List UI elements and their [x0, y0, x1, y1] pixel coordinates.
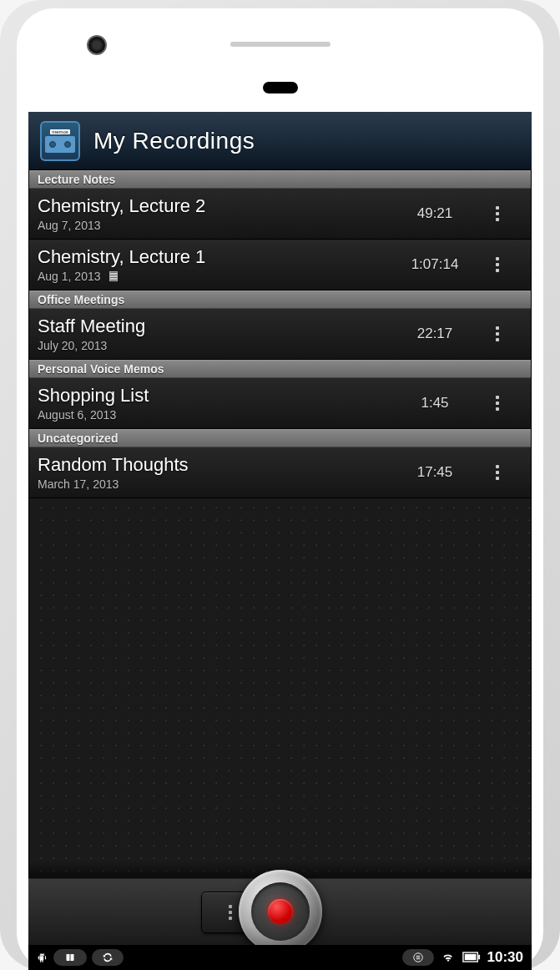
- speaker-pill: [263, 82, 298, 93]
- more-icon: [496, 465, 499, 480]
- svg-rect-2: [464, 953, 476, 959]
- row-menu-button[interactable]: [472, 396, 522, 411]
- recording-date: July 20, 2013: [38, 339, 397, 352]
- recording-duration: 1:45: [397, 395, 472, 412]
- recording-duration: 17:45: [397, 464, 472, 481]
- battery-icon: [462, 951, 481, 965]
- section-header: Office Meetings: [29, 290, 531, 309]
- screen: memos My Recordings Lecture Notes Chemis…: [28, 112, 532, 970]
- cassette-icon: [45, 136, 75, 153]
- contacts-icon[interactable]: [53, 949, 87, 966]
- recording-title: Chemistry, Lecture 2: [38, 195, 397, 217]
- recording-row[interactable]: Random Thoughts March 17, 2013 17:45: [29, 447, 531, 498]
- record-ring: [251, 882, 310, 941]
- more-icon: [496, 206, 499, 221]
- section-header: Uncategorized: [29, 429, 531, 447]
- recording-row[interactable]: Staff Meeting July 20, 2013 22:17: [29, 309, 531, 360]
- row-menu-button[interactable]: [472, 206, 522, 221]
- page-title: My Recordings: [93, 128, 255, 154]
- recording-date: Aug 7, 2013: [38, 219, 397, 232]
- android-icon: [37, 952, 48, 963]
- wifi-icon: [441, 949, 456, 967]
- record-icon: [268, 899, 293, 924]
- note-icon: [109, 271, 118, 281]
- recording-row[interactable]: Chemistry, Lecture 2 Aug 7, 2013 49:21: [29, 189, 531, 240]
- recording-duration: 22:17: [397, 326, 472, 342]
- recording-row[interactable]: Shopping List August 6, 2013 1:45: [29, 378, 531, 429]
- recording-duration: 49:21: [397, 205, 472, 222]
- app-icon[interactable]: memos: [40, 121, 80, 161]
- recording-title: Chemistry, Lecture 1: [38, 246, 397, 268]
- row-menu-button[interactable]: [472, 465, 522, 480]
- menu-icon[interactable]: [402, 949, 434, 966]
- section-header: Lecture Notes: [29, 170, 531, 189]
- section-header: Personal Voice Memos: [29, 360, 531, 378]
- cassette-label: memos: [50, 129, 70, 134]
- more-icon: [229, 905, 232, 920]
- more-icon: [496, 326, 499, 341]
- recordings-list[interactable]: Lecture Notes Chemistry, Lecture 2 Aug 7…: [28, 170, 532, 897]
- record-button[interactable]: [239, 870, 322, 953]
- app-header: memos My Recordings: [28, 112, 532, 170]
- svg-rect-3: [478, 954, 480, 959]
- system-status-bar: 10:30: [28, 945, 532, 970]
- clock-time: 10:30: [487, 949, 523, 966]
- front-camera: [87, 35, 107, 55]
- recording-title: Random Thoughts: [38, 454, 397, 476]
- recording-title: Shopping List: [38, 385, 397, 407]
- more-icon: [496, 396, 499, 411]
- earpiece-speaker: [230, 42, 330, 47]
- sync-icon[interactable]: [92, 949, 124, 966]
- recording-duration: 1:07:14: [397, 256, 472, 273]
- recording-date: Aug 1, 2013: [38, 270, 397, 283]
- more-icon: [496, 257, 499, 272]
- recording-date: March 17, 2013: [38, 477, 397, 491]
- recording-row[interactable]: Chemistry, Lecture 1 Aug 1, 2013 1:07:14: [29, 240, 531, 290]
- phone-frame: memos My Recordings Lecture Notes Chemis…: [0, 0, 560, 970]
- row-menu-button[interactable]: [472, 257, 522, 272]
- recording-title: Staff Meeting: [38, 316, 397, 337]
- row-menu-button[interactable]: [472, 326, 522, 341]
- recording-date: August 6, 2013: [38, 408, 397, 422]
